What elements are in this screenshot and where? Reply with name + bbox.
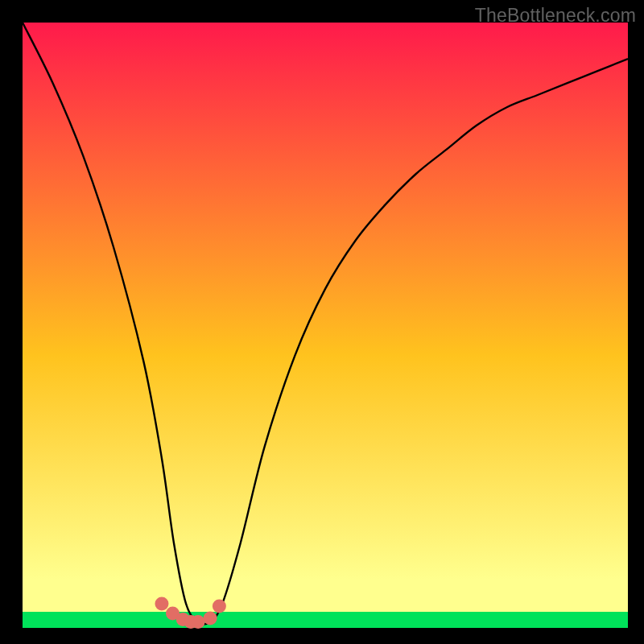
dip-marker (213, 599, 226, 613)
dip-marker (155, 597, 168, 610)
dip-marker (204, 611, 217, 625)
gradient-background (23, 23, 628, 628)
green-band (23, 612, 628, 628)
watermark-text: TheBottleneck.com (475, 5, 636, 27)
bottleneck-chart (0, 0, 644, 644)
dip-marker (192, 615, 205, 629)
